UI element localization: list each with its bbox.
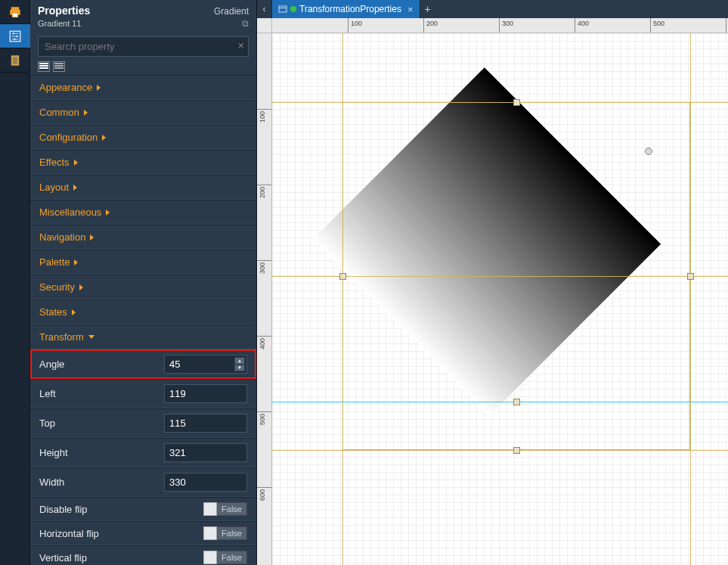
sliders-icon bbox=[8, 29, 22, 43]
prop-label: Width bbox=[39, 477, 164, 488]
category-common[interactable]: Common bbox=[30, 100, 256, 125]
ruler-corner bbox=[257, 18, 272, 33]
chevron-right-icon bbox=[72, 309, 76, 315]
category-label: Layout bbox=[39, 182, 69, 193]
prop-label: Left bbox=[39, 388, 164, 399]
prop-label: Vertical flip bbox=[39, 552, 164, 563]
guide-vertical[interactable] bbox=[342, 33, 343, 565]
category-label: Navigation bbox=[39, 231, 85, 243]
chevron-right-icon bbox=[73, 185, 77, 191]
prop-label: Horizontal flip bbox=[39, 528, 164, 539]
left-input[interactable]: 119 bbox=[164, 384, 247, 403]
category-navigation[interactable]: Navigation bbox=[30, 225, 256, 250]
category-security[interactable]: Security bbox=[30, 275, 256, 300]
properties-panel: Properties Gradient Gradient 11 ⧉ × Appe… bbox=[30, 0, 257, 565]
tab-add-button[interactable]: + bbox=[420, 0, 435, 18]
categories-list: AppearanceCommonConfigurationEffectsLayo… bbox=[30, 75, 256, 565]
resize-handle[interactable] bbox=[513, 447, 520, 454]
rail-item-printer[interactable] bbox=[0, 0, 30, 24]
horizontal-flip-toggle[interactable]: False bbox=[203, 526, 247, 540]
status-dot-icon bbox=[290, 6, 296, 12]
prop-disable-flip: Disable flipFalse bbox=[30, 497, 256, 521]
guide-horizontal[interactable] bbox=[272, 102, 728, 103]
prop-vertical-flip: Vertical flipFalse bbox=[30, 545, 256, 565]
svg-point-9 bbox=[14, 38, 15, 39]
svg-point-8 bbox=[16, 35, 17, 36]
category-appearance[interactable]: Appearance bbox=[30, 75, 256, 100]
prop-left: Left119 bbox=[30, 379, 256, 408]
document-icon bbox=[8, 54, 22, 67]
guide-vertical[interactable] bbox=[690, 33, 691, 565]
category-transform[interactable]: Transform bbox=[30, 324, 256, 349]
view-list-button[interactable] bbox=[38, 61, 50, 72]
chevron-right-icon bbox=[88, 335, 94, 339]
horizontal-ruler[interactable]: 100200300400500600 bbox=[272, 18, 728, 33]
category-label: Transform bbox=[39, 331, 84, 343]
design-canvas[interactable] bbox=[272, 33, 728, 565]
view-grid-button[interactable] bbox=[53, 61, 65, 72]
tab-prev-button[interactable]: ‹ bbox=[257, 0, 272, 18]
prop-label: Disable flip bbox=[39, 504, 164, 515]
view-toggle bbox=[30, 61, 256, 75]
category-miscellaneous[interactable]: Miscellaneous bbox=[30, 200, 256, 225]
resize-handle[interactable] bbox=[687, 273, 694, 280]
rail-item-document[interactable] bbox=[0, 48, 30, 73]
chevron-right-icon bbox=[74, 259, 78, 265]
resize-handle[interactable] bbox=[339, 273, 346, 280]
panel-title: Properties bbox=[38, 5, 90, 17]
chevron-right-icon bbox=[79, 284, 83, 290]
guide-horizontal[interactable] bbox=[272, 450, 728, 451]
resize-handle[interactable] bbox=[513, 99, 520, 106]
category-effects[interactable]: Effects bbox=[30, 150, 256, 175]
close-icon[interactable]: × bbox=[407, 4, 414, 15]
chevron-right-icon bbox=[102, 135, 106, 141]
printer-icon bbox=[8, 5, 22, 19]
prop-top: Top115 bbox=[30, 408, 256, 438]
window-icon bbox=[278, 5, 287, 14]
prop-width: Width330 bbox=[30, 467, 256, 497]
category-label: Security bbox=[39, 281, 75, 293]
spinner-icon[interactable]: ▲▼ bbox=[234, 357, 245, 371]
disable-flip-toggle[interactable]: False bbox=[203, 502, 247, 516]
chevron-right-icon bbox=[84, 110, 88, 116]
svg-rect-14 bbox=[279, 6, 287, 12]
tab-item[interactable]: TransformationProperties × bbox=[272, 0, 420, 18]
rail-item-properties[interactable] bbox=[0, 24, 30, 48]
resize-handle[interactable] bbox=[513, 399, 520, 405]
chevron-right-icon bbox=[106, 210, 110, 216]
vertical-ruler[interactable]: 100200300400500600 bbox=[257, 33, 272, 565]
category-label: Appearance bbox=[39, 82, 92, 93]
tool-rail bbox=[0, 0, 30, 565]
prop-horizontal-flip: Horizontal flipFalse bbox=[30, 521, 256, 545]
vertical-flip-toggle[interactable]: False bbox=[203, 551, 247, 564]
svg-point-7 bbox=[13, 33, 14, 34]
rotation-handle[interactable] bbox=[645, 147, 652, 155]
prop-angle: Angle45▲▼ bbox=[30, 349, 256, 379]
panel-type: Gradient bbox=[214, 6, 249, 17]
category-palette[interactable]: Palette bbox=[30, 250, 256, 275]
canvas-area: ‹ TransformationProperties × + 100200300… bbox=[257, 0, 728, 565]
width-input[interactable]: 330 bbox=[164, 473, 247, 492]
category-label: Effects bbox=[39, 157, 70, 168]
clear-icon[interactable]: × bbox=[238, 39, 244, 51]
svg-rect-2 bbox=[12, 13, 18, 17]
svg-rect-0 bbox=[11, 7, 20, 10]
category-label: Miscellaneous bbox=[39, 206, 101, 218]
search-input[interactable] bbox=[38, 36, 249, 57]
category-label: Configuration bbox=[39, 132, 98, 143]
copy-icon[interactable]: ⧉ bbox=[242, 18, 249, 29]
chevron-right-icon bbox=[97, 85, 101, 91]
panel-header: Properties Gradient Gradient 11 ⧉ bbox=[30, 0, 256, 32]
prop-label: Top bbox=[39, 418, 164, 429]
category-states[interactable]: States bbox=[30, 300, 256, 324]
angle-input[interactable]: 45▲▼ bbox=[164, 355, 247, 374]
category-configuration[interactable]: Configuration bbox=[30, 125, 256, 150]
top-input[interactable]: 115 bbox=[164, 414, 247, 433]
category-layout[interactable]: Layout bbox=[30, 175, 256, 200]
height-input[interactable]: 321 bbox=[164, 443, 247, 462]
category-label: Common bbox=[39, 107, 79, 118]
tab-label: TransformationProperties bbox=[299, 4, 401, 14]
category-label: Palette bbox=[39, 256, 70, 268]
prop-label: Height bbox=[39, 447, 164, 458]
guide-cyan[interactable] bbox=[272, 402, 728, 402]
